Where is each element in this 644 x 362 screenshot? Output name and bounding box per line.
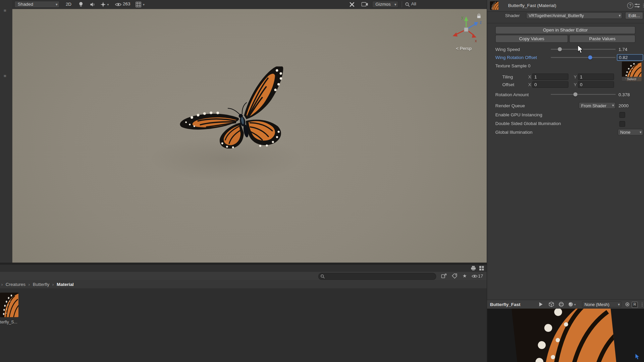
label-tag-icon[interactable]: [452, 274, 458, 279]
double-sided-gi-label: Double Sided Global Illumination: [495, 120, 561, 127]
project-search-bar: ★ 17: [0, 272, 487, 281]
wing-speed-label: Wing Speed: [495, 46, 520, 53]
mouse-cursor: [577, 45, 584, 54]
camera-icon[interactable]: [362, 2, 368, 7]
panel-grip-icon[interactable]: ≡: [4, 8, 6, 12]
presets-icon[interactable]: [635, 3, 640, 8]
render-queue-mode: From Shader: [581, 103, 606, 108]
hidden-count-eye-icon[interactable]: [472, 274, 478, 278]
offset-x-field[interactable]: 0: [532, 81, 569, 88]
material-header: Butterfly_Fast (Material) ? ⋮: [487, 0, 644, 11]
render-queue-label: Render Queue: [495, 102, 525, 109]
scene-audio-icon[interactable]: [90, 2, 95, 7]
printer-icon[interactable]: [471, 265, 476, 271]
project-asset-grid: terfly_S...: [0, 289, 487, 362]
tiling-y-field[interactable]: 1: [578, 73, 614, 80]
gizmos-dropdown[interactable]: Gizmos ▾: [372, 1, 398, 8]
paste-values-button[interactable]: Paste Values: [569, 35, 635, 43]
breadcrumb-item-material[interactable]: Material: [57, 282, 74, 287]
breadcrumb-separator: ›: [29, 282, 30, 287]
wing-rotation-offset-slider[interactable]: [551, 55, 615, 59]
sphere-icon[interactable]: [558, 302, 564, 307]
help-icon[interactable]: ?: [627, 2, 633, 8]
grid-toggle-icon[interactable]: [136, 2, 141, 7]
material-preview-header[interactable]: Butterfly_Fast ▾ None (Mesh) ▾ R ⋮: [487, 300, 644, 309]
offset-y-field[interactable]: 0: [578, 81, 614, 88]
shader-edit-button[interactable]: Edit...: [625, 12, 643, 19]
chevron-down-icon: ▾: [619, 13, 621, 18]
kebab-menu-icon[interactable]: ⋮: [640, 302, 644, 307]
shader-value: VRTogether/Animal_Butterfly: [529, 13, 584, 18]
shaded-sphere-dropdown-icon[interactable]: [568, 302, 573, 307]
tiling-y-label: Y: [574, 73, 577, 80]
texture-sample-label: Texture Sample 0: [495, 62, 531, 69]
material-preview-canvas[interactable]: [487, 309, 644, 362]
unity-editor-window: ≡ ≡ Shaded ▾ 2D ▾ 263 ▾: [0, 0, 644, 362]
shader-label: Shader: [505, 12, 520, 19]
toggle-2d-button[interactable]: 2D: [64, 1, 73, 8]
lock-icon[interactable]: [477, 13, 481, 18]
gpu-instancing-label: Enable GPU Instancing: [495, 111, 542, 118]
scene-viewport[interactable]: y z x < Persp: [12, 9, 487, 263]
scene-visibility-icon[interactable]: [115, 2, 122, 6]
slider-thumb[interactable]: [573, 93, 577, 97]
wing-speed-value[interactable]: 1.74: [619, 46, 627, 53]
cube-icon[interactable]: [549, 302, 554, 307]
asset-label[interactable]: terfly_S...: [0, 320, 20, 324]
draw-mode-dropdown[interactable]: Shaded ▾: [14, 1, 60, 8]
wing-rotation-offset-value[interactable]: 0.82: [617, 54, 643, 61]
rotation-amount-slider[interactable]: [551, 93, 615, 97]
scene-effects-icon[interactable]: [100, 2, 106, 7]
mesh-dropdown[interactable]: None (Mesh) ▾: [582, 301, 622, 307]
material-icon: [490, 1, 499, 10]
scene-lighting-icon[interactable]: [78, 2, 84, 7]
double-sided-gi-checkbox[interactable]: [620, 121, 625, 127]
tiling-label: Tiling: [502, 73, 513, 80]
preview-cursor-icon: [635, 354, 640, 360]
slider-thumb[interactable]: [558, 47, 562, 51]
open-asset-icon[interactable]: [441, 274, 447, 279]
rotation-amount-value[interactable]: 0.378: [619, 91, 630, 98]
asset-thumbnail[interactable]: [0, 293, 18, 317]
layout-grid-icon[interactable]: [479, 265, 484, 271]
project-search-input[interactable]: [318, 273, 436, 280]
breadcrumb: › Creatures › Butterfly › Material: [0, 281, 487, 289]
shader-dropdown[interactable]: VRTogether/Animal_Butterfly ▾: [526, 12, 623, 19]
breadcrumb-separator: ›: [1, 282, 3, 287]
texture-select-button[interactable]: Select: [622, 77, 642, 81]
butterfly-model[interactable]: [160, 66, 316, 173]
editor-tools-icon[interactable]: [349, 2, 355, 7]
preview-light-icon[interactable]: [625, 302, 630, 307]
gizmo-axis-z-label: z: [480, 20, 482, 25]
chevron-down-icon[interactable]: ▾: [107, 3, 109, 7]
breadcrumb-item-creatures[interactable]: Creatures: [6, 282, 25, 287]
chevron-down-icon[interactable]: ▾: [574, 303, 576, 307]
search-icon[interactable]: [405, 2, 410, 7]
search-scope-label[interactable]: All: [411, 1, 416, 6]
gizmo-axis-y-label: y: [461, 15, 464, 20]
render-queue-dropdown[interactable]: From Shader ▾: [579, 102, 615, 109]
favorite-star-icon[interactable]: ★: [463, 273, 467, 279]
render-queue-value[interactable]: 2000: [619, 102, 629, 109]
texture-sample-thumbnail[interactable]: Select: [622, 62, 642, 81]
slider-thumb[interactable]: [588, 55, 592, 59]
global-illumination-value: None: [620, 130, 631, 135]
kebab-menu-icon[interactable]: ⋮: [641, 2, 644, 8]
gpu-instancing-checkbox[interactable]: [620, 112, 625, 118]
breadcrumb-item-butterfly[interactable]: Butterfly: [33, 282, 49, 287]
chevron-down-icon[interactable]: ▾: [143, 3, 145, 7]
r-badge[interactable]: R: [632, 302, 638, 308]
global-illumination-dropdown[interactable]: None ▾: [618, 129, 643, 135]
panel-grip-icon[interactable]: ≡: [4, 74, 6, 78]
hidden-count-value: 17: [478, 274, 483, 279]
inspector-divider: [487, 23, 644, 23]
open-shader-editor-button[interactable]: Open in Shader Editor: [495, 26, 636, 34]
tiling-x-field[interactable]: 1: [532, 73, 569, 80]
copy-values-button[interactable]: Copy Values: [495, 35, 568, 43]
play-icon[interactable]: [539, 302, 543, 306]
chevron-down-icon: ▾: [394, 2, 396, 8]
chevron-down-icon: ▾: [640, 129, 642, 135]
perspective-label[interactable]: < Persp: [456, 46, 472, 51]
offset-x-label: X: [528, 81, 531, 88]
inspector-panel: Butterfly_Fast (Material) ? ⋮ Shader VRT…: [487, 0, 644, 362]
